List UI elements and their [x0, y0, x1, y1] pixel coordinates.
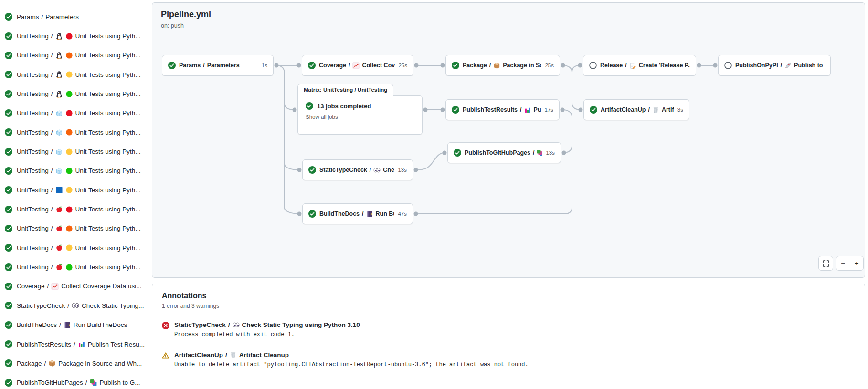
sidebar-job-label: UnitTesting/Unit Tests using Pyth...: [17, 32, 141, 40]
sidebar-job-item[interactable]: UnitTesting/Unit Tests using Pyth...: [0, 84, 152, 103]
job-name: ArtifactCleanUp: [601, 106, 646, 113]
sidebar-job-item[interactable]: UnitTesting/Unit Tests using Pyth...: [0, 46, 152, 65]
node-coverage[interactable]: Coverage/Collect Cove...25s: [302, 55, 413, 76]
sidebar-job-item[interactable]: UnitTesting/Unit Tests using Pyth...: [0, 104, 152, 123]
zoom-control: − +: [836, 256, 864, 271]
check-circle-icon: [5, 359, 12, 367]
red-circle-icon: [65, 32, 73, 40]
node-title: PublishTestResults/Pu...: [463, 106, 541, 114]
show-all-jobs-link[interactable]: Show all jobs: [306, 114, 414, 120]
green-circle-icon: [65, 167, 73, 175]
job-name: UnitTesting: [17, 263, 49, 271]
step-name: Unit Tests using Pyth...: [75, 225, 141, 232]
workflow-header: Pipeline.yml on: push: [161, 10, 211, 29]
sidebar-job-item[interactable]: UnitTesting/Unit Tests using Pyth...: [0, 123, 152, 142]
node-artifact-cleanup[interactable]: ArtifactCleanUp/Artifac...3s: [583, 99, 689, 120]
green-circle-icon: [65, 263, 73, 271]
node-title: PublishOnPyPI/Publish to ...: [735, 62, 825, 69]
yellow-circle-icon: [65, 186, 73, 194]
job-name: UnitTesting: [17, 52, 49, 59]
sidebar-job-label: PublishToGitHubPages/Publish to G...: [17, 379, 140, 387]
job-name: Package: [17, 360, 42, 367]
matrix-tab[interactable]: Matrix: UnitTesting / UnitTesting: [297, 84, 393, 96]
job-name: UnitTesting: [17, 167, 49, 174]
sidebar-job-item[interactable]: BuildTheDocs/Run BuildTheDocs: [0, 315, 152, 335]
step-name: Unit Tests using Pyth...: [75, 109, 141, 116]
annotations-panel: Annotations 1 error and 3 warnings Stati…: [152, 284, 865, 389]
sidebar-job-item[interactable]: UnitTesting/Unit Tests using Pyth...: [0, 161, 152, 180]
sidebar-job-item[interactable]: UnitTesting/Unit Tests using Pyth...: [0, 65, 152, 84]
step-name: Unit Tests using Pyth...: [75, 52, 141, 59]
sidebar-job-label: Coverage/Collect Coverage Data usi...: [17, 283, 141, 290]
separator: /: [520, 106, 521, 113]
check-circle-icon: [452, 106, 459, 114]
separator: /: [59, 321, 61, 328]
check-circle-icon: [308, 210, 316, 218]
sidebar-job-item[interactable]: UnitTesting/Unit Tests using Pyth...: [0, 219, 152, 238]
separator: /: [51, 32, 53, 40]
job-name: BuildTheDocs: [319, 210, 360, 217]
step-name: Pu...: [534, 106, 541, 113]
separator: /: [85, 379, 87, 386]
sidebar-job-item[interactable]: PublishTestResults/Publish Test Resu...: [0, 335, 152, 354]
orange-circle-icon: [65, 128, 73, 136]
node-duration: 25s: [545, 63, 554, 68]
apple-icon: [55, 263, 63, 271]
node-publish-test-results[interactable]: PublishTestResults/Pu...17s: [445, 99, 560, 120]
node-release[interactable]: Release/Create 'Release P...: [583, 55, 696, 76]
apple-icon: [55, 206, 63, 213]
books-icon: [90, 379, 97, 387]
warning-icon: [162, 352, 169, 359]
step-name: Unit Tests using Pyth...: [75, 206, 141, 213]
step-name: Unit Tests using Pyth...: [75, 71, 141, 78]
node-publish-on-pypi[interactable]: PublishOnPyPI/Publish to ...: [718, 55, 831, 76]
annotation-error-title[interactable]: StaticTypeCheck / Check Static Typing us…: [174, 321, 360, 328]
sidebar-job-item[interactable]: StaticTypeCheck/Check Static Typing...: [0, 296, 152, 315]
sidebar-job-item[interactable]: UnitTesting/Unit Tests using Pyth...: [0, 26, 152, 45]
ice-cube-icon: [55, 148, 63, 156]
separator: /: [225, 351, 227, 358]
check-circle-icon: [452, 62, 459, 69]
sidebar-job-item[interactable]: UnitTesting/Unit Tests using Pyth...: [0, 257, 152, 276]
sidebar-job-label: StaticTypeCheck/Check Static Typing...: [17, 302, 144, 309]
matrix-card[interactable]: 13 jobs completed Show all jobs: [297, 95, 423, 135]
sidebar-job-label: Params/Parameters: [17, 13, 79, 21]
sidebar-job-item[interactable]: Coverage/Collect Coverage Data usi...: [0, 277, 152, 296]
sidebar-job-label: UnitTesting/Unit Tests using Pyth...: [17, 109, 141, 117]
zoom-out-button[interactable]: −: [836, 256, 850, 270]
separator: /: [47, 283, 49, 290]
sidebar-job-item[interactable]: UnitTesting/Unit Tests using Pyth...: [0, 238, 152, 257]
annotations-title: Annotations: [162, 292, 855, 300]
eyes-icon: [373, 167, 381, 174]
sidebar-job-item[interactable]: Package/Package in Source and Wh...: [0, 354, 152, 373]
step-name: Collect Coverage Data usi...: [61, 283, 141, 290]
step-name: Unit Tests using Pyth...: [75, 167, 141, 174]
annotation-warning-message: Unable to delete artifact "pyTooling.CLI…: [174, 361, 529, 368]
zoom-in-button[interactable]: +: [850, 256, 864, 270]
job-name: BuildTheDocs: [17, 321, 57, 328]
step-name: Publish to G...: [100, 379, 140, 386]
blue-square-icon: [55, 186, 63, 194]
sidebar-job-item[interactable]: Params/Parameters: [0, 7, 152, 26]
separator: /: [51, 263, 53, 271]
sidebar-job-item[interactable]: UnitTesting/Unit Tests using Pyth...: [0, 200, 152, 219]
check-circle-icon: [5, 109, 12, 117]
bar-chart-icon: [524, 106, 531, 114]
annotation-warning-title[interactable]: ArtifactCleanUp / Artifact Cleanup: [174, 351, 529, 358]
node-params[interactable]: Params/Parameters1s: [162, 55, 274, 76]
wastebasket-icon: [652, 106, 659, 114]
node-package[interactable]: Package/Package in So...25s: [445, 55, 560, 76]
node-publish-to-github-pages[interactable]: PublishToGitHubPages/...13s: [447, 142, 561, 163]
node-static-type-check[interactable]: StaticTypeCheck/Chec...13s: [302, 159, 413, 180]
job-name: UnitTesting: [17, 225, 49, 232]
job-name: Params: [179, 62, 201, 69]
step-name: Chec...: [383, 167, 394, 173]
sidebar-job-item[interactable]: UnitTesting/Unit Tests using Pyth...: [0, 142, 152, 161]
sidebar-job-item[interactable]: PublishToGitHubPages/Publish to G...: [0, 373, 152, 389]
node-build-the-docs[interactable]: BuildTheDocs/Run Buil...47s: [302, 203, 413, 224]
job-name: PublishOnPyPI: [735, 62, 778, 69]
workflow-graph-panel: [152, 2, 865, 278]
sidebar-job-item[interactable]: UnitTesting/Unit Tests using Pyth...: [0, 180, 152, 200]
penguin-icon: [55, 90, 63, 98]
fullscreen-button[interactable]: [818, 256, 833, 271]
